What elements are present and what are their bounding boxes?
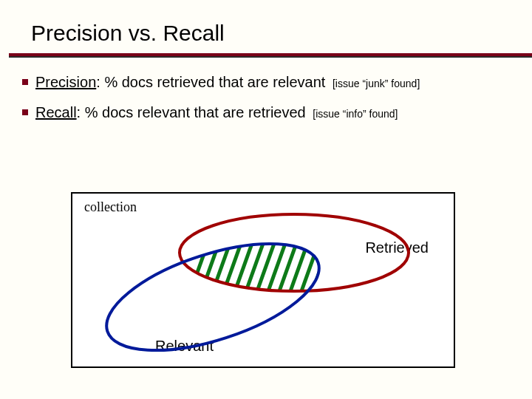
bullet-recall: Recall: % docs relevant that are retriev… (22, 104, 510, 121)
issue-note: [issue “info” found] (313, 108, 398, 120)
issue-note: [issue “junk” found] (332, 78, 420, 89)
slide-title: Precision vs. Recall (31, 21, 532, 46)
term: Recall (35, 104, 77, 120)
definition: : % docs relevant that are retrieved (77, 104, 306, 120)
bullet-text: Recall: % docs relevant that are retriev… (35, 104, 398, 121)
venn-diagram: collection Retrieved Relevant (71, 192, 455, 368)
bullet-icon (22, 79, 28, 85)
bullet-list: Precision: % docs retrieved that are rel… (0, 58, 532, 121)
venn-svg (72, 194, 457, 369)
bullet-text: Precision: % docs retrieved that are rel… (35, 74, 420, 91)
relevant-ellipse (94, 222, 331, 369)
title-block: Precision vs. Recall (0, 0, 532, 46)
bullet-precision: Precision: % docs retrieved that are rel… (22, 74, 510, 91)
term: Precision (35, 74, 96, 90)
definition: : % docs retrieved that are relevant (96, 74, 325, 90)
bullet-icon (22, 109, 28, 115)
